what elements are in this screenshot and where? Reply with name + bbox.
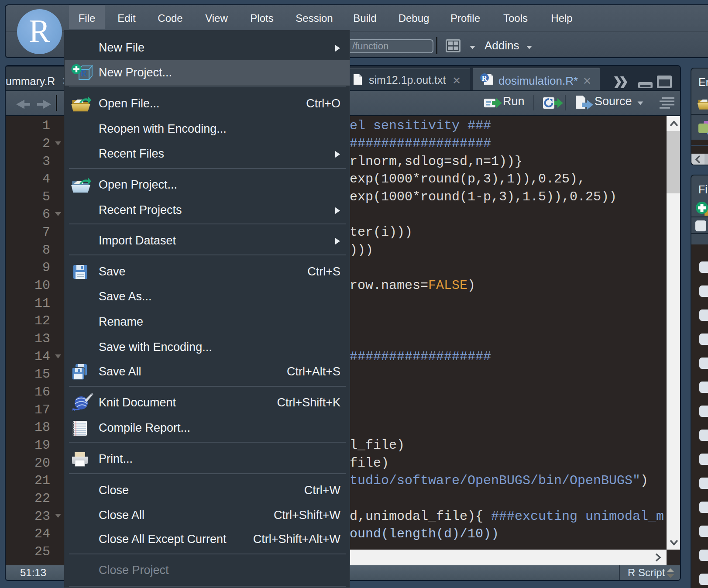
svg-text:R: R [80,68,87,79]
svg-text:s: s [72,405,75,412]
svg-text:R: R [482,74,488,83]
